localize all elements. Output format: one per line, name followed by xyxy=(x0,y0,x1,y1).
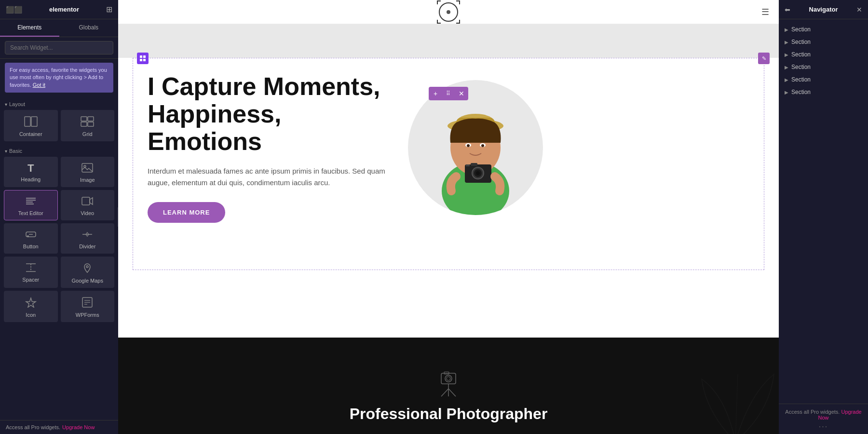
upgrade-now-link[interactable]: Upgrade Now xyxy=(62,424,95,430)
svg-point-39 xyxy=(467,144,470,147)
canvas-topbar: ☰ xyxy=(118,0,779,24)
image-icon xyxy=(81,163,93,174)
nav-item-section-4[interactable]: ▶ Section xyxy=(779,61,868,73)
bottom-upgrade-bar: Access all Pro widgets. Upgrade Now xyxy=(0,420,118,434)
layout-widget-grid: Container Grid xyxy=(4,110,114,141)
footer-camera-icon xyxy=(432,368,465,399)
tab-globals[interactable]: Globals xyxy=(59,19,119,37)
icon-label: Icon xyxy=(26,312,36,318)
svg-point-40 xyxy=(481,144,484,147)
hamburger-dots-icon: ⬛⬛ xyxy=(6,6,22,14)
divider-label: Divider xyxy=(79,244,95,249)
widget-icon[interactable]: Icon xyxy=(4,291,58,322)
icon-widget-icon xyxy=(25,297,37,309)
spacer-icon xyxy=(25,263,37,274)
grid-widget-icon xyxy=(81,116,94,128)
collapse-panel-button[interactable]: ‹ xyxy=(117,207,118,227)
widget-spacer[interactable]: Spacer xyxy=(4,257,58,288)
nav-section-label-3: Section xyxy=(791,51,811,58)
nav-item-section-3[interactable]: ▶ Section xyxy=(779,48,868,61)
text-editor-icon xyxy=(25,196,37,207)
hero-description: Interdum et malesuada fames ac ante ipsu… xyxy=(148,165,398,189)
search-input[interactable] xyxy=(5,41,113,54)
canvas-area: + ⠿ ✕ ✎ I Capture Moments, Happiness xyxy=(118,24,779,434)
info-banner: For easy access, favorite the widgets yo… xyxy=(5,63,113,93)
nav-expand-arrow-4: ▶ xyxy=(785,65,788,70)
google-maps-icon xyxy=(81,263,93,275)
edit-section-button[interactable]: ✎ xyxy=(758,53,770,64)
heading-icon: T xyxy=(27,163,34,174)
section-type-icon[interactable] xyxy=(137,53,149,64)
section-delete-button[interactable]: ✕ xyxy=(455,87,468,100)
nav-section-label-2: Section xyxy=(791,39,811,45)
elementor-logo: elementor xyxy=(49,6,79,13)
divider-icon xyxy=(81,230,93,241)
hero-section: + ⠿ ✕ ✎ I Capture Moments, Happiness xyxy=(118,58,779,338)
navigator-title: Navigator xyxy=(809,6,838,13)
section-move-handle[interactable]: ⠿ xyxy=(442,87,455,100)
hero-image xyxy=(408,80,543,215)
nav-item-section-2[interactable]: ▶ Section xyxy=(779,36,868,48)
hero-title: I Capture Moments, Happiness, Emotions xyxy=(148,73,398,156)
left-panel: ⬛⬛ elementor ⊞ Elements Globals For easy… xyxy=(0,0,118,434)
svg-line-52 xyxy=(441,389,448,396)
svg-rect-2 xyxy=(81,117,87,121)
widget-grid[interactable]: Grid xyxy=(61,110,115,141)
learn-more-button[interactable]: LEARN MORE xyxy=(148,202,225,223)
svg-rect-27 xyxy=(143,55,146,58)
svg-point-49 xyxy=(447,377,450,380)
widget-wpforms[interactable]: WPForms xyxy=(61,291,115,322)
svg-point-44 xyxy=(476,171,480,175)
widgets-scroll: Layout Container xyxy=(0,96,118,434)
svg-rect-1 xyxy=(31,117,37,126)
widget-text-editor[interactable]: Text Editor xyxy=(4,190,58,220)
widget-image[interactable]: Image xyxy=(61,157,115,187)
navigator-bottom-bar: Access all Pro widgets. Upgrade Now ... xyxy=(779,404,868,434)
heading-label: Heading xyxy=(21,176,41,182)
basic-widget-grid: T Heading Image xyxy=(4,157,114,322)
widget-video[interactable]: Video xyxy=(61,190,115,220)
layout-section-title: Layout xyxy=(4,96,114,110)
container-label: Container xyxy=(19,131,42,137)
svg-line-53 xyxy=(448,389,456,396)
left-tabs: Elements Globals xyxy=(0,19,118,37)
section-add-button[interactable]: + xyxy=(429,87,442,100)
widget-button[interactable]: Button xyxy=(4,223,58,254)
section-toolbar: + ⠿ ✕ xyxy=(429,87,468,100)
left-header: ⬛⬛ elementor ⊞ xyxy=(0,0,118,19)
tab-elements[interactable]: Elements xyxy=(0,19,59,37)
wpforms-label: WPForms xyxy=(76,312,99,318)
button-widget-icon xyxy=(25,230,37,241)
grid-label: Grid xyxy=(82,131,93,137)
svg-rect-0 xyxy=(25,117,30,126)
navigator-back-icon[interactable]: ⬅ xyxy=(785,6,790,14)
image-label: Image xyxy=(80,177,95,183)
nav-section-label-4: Section xyxy=(791,64,811,70)
svg-rect-6 xyxy=(82,163,93,172)
svg-rect-12 xyxy=(82,197,90,205)
svg-rect-3 xyxy=(88,117,94,121)
nav-item-section-5[interactable]: ▶ Section xyxy=(779,73,868,86)
container-icon xyxy=(24,116,38,128)
navigator-close-button[interactable]: ✕ xyxy=(856,6,862,14)
nav-section-label-6: Section xyxy=(791,89,811,95)
widget-divider[interactable]: Divider xyxy=(61,223,115,254)
nav-expand-arrow-2: ▶ xyxy=(785,40,788,45)
svg-rect-46 xyxy=(466,164,470,166)
hamburger-menu-icon[interactable]: ☰ xyxy=(761,7,769,17)
grid-icon[interactable]: ⊞ xyxy=(106,5,112,14)
got-it-link[interactable]: Got it xyxy=(33,82,45,88)
nav-item-section-6[interactable]: ▶ Section xyxy=(779,86,868,98)
svg-point-21 xyxy=(86,266,88,268)
widget-heading[interactable]: T Heading xyxy=(4,157,58,187)
nav-section-label-5: Section xyxy=(791,76,811,83)
nav-bottom-dots: ... xyxy=(785,420,862,429)
widget-google-maps[interactable]: Google Maps xyxy=(61,257,115,288)
nav-section-label-1: Section xyxy=(791,26,811,33)
nav-item-section-1[interactable]: ▶ Section xyxy=(779,23,868,36)
text-editor-label: Text Editor xyxy=(18,210,43,216)
right-panel-navigator: ⬅ Navigator ✕ ▶ Section ▶ Section ▶ Sect… xyxy=(779,0,868,434)
google-maps-label: Google Maps xyxy=(72,278,103,284)
camera-target-icon xyxy=(437,0,460,24)
widget-container[interactable]: Container xyxy=(4,110,58,141)
